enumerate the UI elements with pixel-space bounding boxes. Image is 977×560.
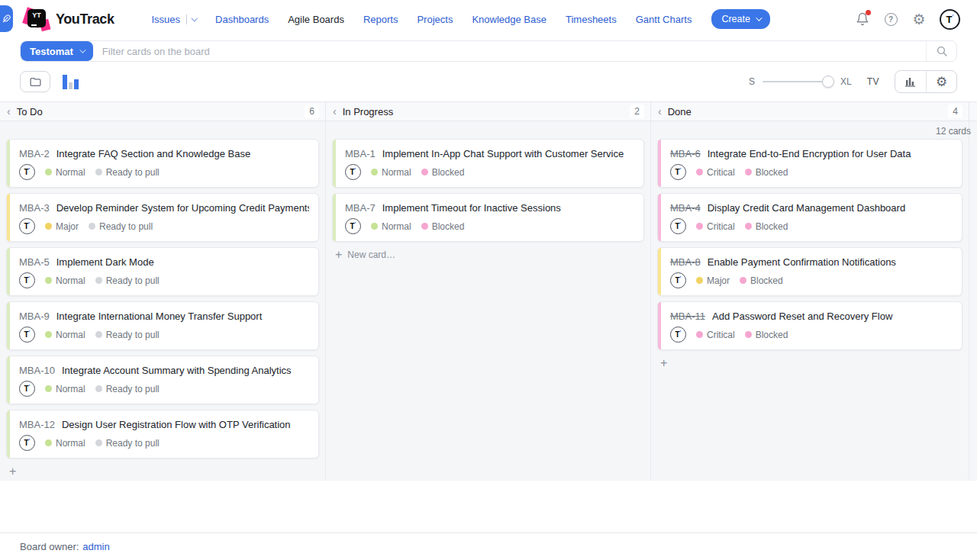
card-id[interactable]: MBA-4 [670,202,701,214]
plus-icon: + [335,249,342,261]
search-button[interactable] [926,41,956,61]
nav-item-agile-boards[interactable]: Agile Boards [288,14,344,25]
board-card[interactable]: MBA-7 Implement Timeout for Inactive Ses… [332,193,644,242]
card-title[interactable]: Integrate End-to-End Encryption for User… [708,148,911,159]
state-badge: Blocked [745,167,788,178]
priority-stripe [7,356,10,404]
priority-label: Normal [56,438,85,449]
assignee-avatar[interactable]: T' [19,435,35,451]
collapse-column-icon[interactable]: ‹ [7,106,11,117]
nav-item-issues[interactable]: Issues [152,14,197,25]
new-card-button[interactable]: + [657,356,962,369]
board-card[interactable]: MBA-3 Develop Reminder System for Upcomi… [6,193,319,242]
nav-item-dashboards[interactable]: Dashboards [215,14,269,25]
board-card[interactable]: MBA-12 Design User Registration Flow wit… [6,410,319,459]
nav-label: Dashboards [215,14,269,25]
assignee-avatar[interactable]: T' [670,164,686,180]
card-title[interactable]: Display Credit Card Management Dashboard [708,202,905,214]
assignee-avatar[interactable]: T' [670,218,686,234]
app-title[interactable]: YouTrack [56,11,114,27]
card-title[interactable]: Integrate International Money Transfer S… [56,311,263,322]
card-id[interactable]: MBA-2 [19,148,50,159]
notifications-button[interactable] [855,11,870,27]
column-header-in-progress: ‹ In Progress 2 [326,102,651,121]
slider-handle[interactable] [822,76,834,88]
board-card[interactable]: MBA-11 Add Password Reset and Recovery F… [657,301,962,350]
nav-item-projects[interactable]: Projects [417,14,453,25]
state-dot [95,439,102,446]
help-button[interactable]: ? [883,11,898,27]
assignee-avatar[interactable]: T' [19,164,35,180]
board-card[interactable]: MBA-6 Integrate End-to-End Encryption fo… [657,139,962,188]
card-id[interactable]: MBA-1 [345,148,376,159]
card-title[interactable]: Develop Reminder System for Upcoming Cre… [56,202,309,214]
board-settings-button[interactable]: ⚙ [926,71,956,92]
board-chart-toggle[interactable] [63,75,79,89]
assignee-avatar[interactable]: T' [19,272,35,288]
priority-stripe [7,140,10,187]
assignee-avatar[interactable]: T' [345,218,361,234]
search-icon [936,45,948,57]
user-avatar[interactable]: T' [940,9,960,30]
collapse-column-icon[interactable]: ‹ [333,106,337,117]
priority-badge: Critical [696,221,735,232]
nav-item-gantt-charts[interactable]: Gantt Charts [636,14,692,25]
new-card-button[interactable]: + New card… [332,247,644,261]
card-title[interactable]: Add Password Reset and Recovery Flow [712,311,892,322]
board-card[interactable]: MBA-8 Enable Payment Confirmation Notifi… [657,247,962,296]
new-card-button[interactable]: + [6,464,319,478]
board-owner-link[interactable]: admin [82,541,109,552]
card-id[interactable]: MBA-8 [670,256,701,268]
board-card[interactable]: MBA-10 Integrate Account Summary with Sp… [6,356,319,404]
card-title[interactable]: Implement Dark Mode [56,256,154,268]
card-id[interactable]: MBA-12 [19,419,55,430]
nav-item-reports[interactable]: Reports [363,14,398,25]
card-title[interactable]: Integrate FAQ Section and Knowledge Base [56,148,250,159]
assignee-avatar[interactable]: T' [670,327,686,343]
board-card[interactable]: MBA-1 Implement In-App Chat Support with… [332,139,644,188]
chevron-down-icon[interactable] [192,15,198,21]
tv-mode-button[interactable]: TV [867,76,879,87]
nav-label: Agile Boards [288,14,344,25]
card-size-slider[interactable] [763,76,833,88]
assignee-avatar[interactable]: T' [19,218,35,234]
state-dot [89,223,95,230]
youtrack-logo-icon[interactable]: YT [26,8,49,31]
board-analytics-button[interactable] [895,71,926,92]
create-button[interactable]: Create [711,9,770,29]
feather-sidebar-tab[interactable] [0,5,13,32]
nav-item-knowledge-base[interactable]: Knowledge Base [472,14,547,25]
priority-badge: Normal [371,167,411,178]
assignee-avatar[interactable]: T' [670,272,686,288]
board-card[interactable]: MBA-4 Display Credit Card Management Das… [657,193,962,242]
card-title[interactable]: Implement Timeout for Inactive Sessions [382,202,561,214]
assignee-avatar[interactable]: T' [345,164,361,180]
notification-badge [866,10,871,15]
priority-label: Normal [382,167,411,178]
card-id[interactable]: MBA-5 [19,256,50,268]
collapse-column-icon[interactable]: ‹ [658,106,662,117]
board-card[interactable]: MBA-9 Integrate International Money Tran… [6,301,319,350]
assignee-avatar[interactable]: T' [19,327,35,343]
filter-cards-input[interactable] [93,41,926,61]
card-title[interactable]: Integrate Account Summary with Spending … [62,365,292,376]
card-title[interactable]: Enable Payment Confirmation Notification… [708,256,896,268]
column-header-done: ‹ Done 4 [651,102,969,121]
settings-button[interactable]: ⚙ [911,11,927,27]
board-folder-button[interactable] [20,71,50,92]
card-id[interactable]: MBA-3 [19,202,50,214]
column-header-to-do: ‹ To Do 6 [0,102,326,121]
board-card[interactable]: MBA-5 Implement Dark Mode T' Normal Read… [6,247,319,296]
card-id[interactable]: MBA-11 [670,311,705,322]
card-title[interactable]: Design User Registration Flow with OTP V… [62,419,291,430]
card-id[interactable]: MBA-7 [345,202,376,214]
board-card[interactable]: MBA-2 Integrate FAQ Section and Knowledg… [6,139,319,188]
board-selector-button[interactable]: Testomat [21,41,93,61]
state-badge: Ready to pull [95,438,160,449]
assignee-avatar[interactable]: T' [19,381,35,397]
card-title[interactable]: Implement In-App Chat Support with Custo… [382,148,624,159]
card-id[interactable]: MBA-9 [19,311,50,322]
card-id[interactable]: MBA-10 [19,365,55,376]
nav-item-timesheets[interactable]: Timesheets [566,14,617,25]
card-id[interactable]: MBA-6 [670,148,701,159]
